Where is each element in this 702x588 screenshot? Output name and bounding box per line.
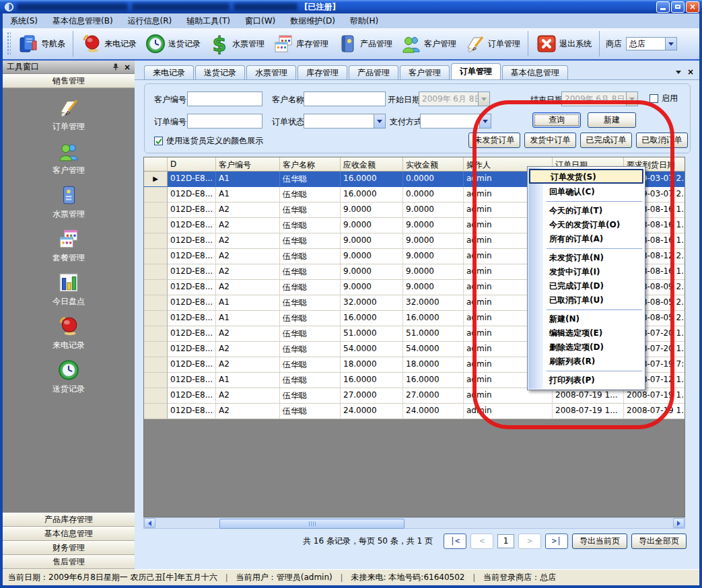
new-button[interactable]: 新建 — [588, 112, 636, 128]
context-menu-item[interactable]: 回单确认(C) — [528, 185, 645, 199]
row-selector-cell[interactable] — [144, 311, 168, 326]
close-button[interactable]: × — [686, 1, 699, 13]
export-all-pages-button[interactable]: 导出全部页 — [631, 534, 687, 549]
context-menu-item[interactable]: 今天的订单(T) — [528, 204, 645, 218]
first-page-button[interactable]: |< — [444, 534, 466, 549]
sidebar-item[interactable]: 订单管理 — [52, 96, 85, 133]
context-menu-item[interactable]: 打印列表(P) — [528, 373, 645, 388]
toolbar-button[interactable]: 导航条 — [13, 30, 69, 57]
menu-item[interactable]: 数据维护(D) — [283, 13, 343, 28]
cust-no-input[interactable] — [187, 91, 262, 106]
prev-page-button[interactable]: < — [470, 534, 493, 549]
export-current-page-button[interactable]: 导出当前页 — [572, 534, 627, 549]
menu-item[interactable]: 窗口(W) — [238, 13, 283, 28]
sidebar-group-bar[interactable]: 基本信息管理 — [3, 527, 135, 541]
scroll-right-icon[interactable] — [673, 518, 685, 528]
toolbar-button[interactable]: 客户管理 — [396, 30, 460, 57]
menu-item[interactable]: 帮助(H) — [343, 13, 386, 28]
toolbar-button[interactable]: 产品管理 — [332, 30, 396, 57]
scroll-left-icon[interactable] — [144, 518, 155, 528]
tab[interactable]: 客户管理 — [400, 65, 450, 79]
context-menu-item[interactable]: 今天的发货订单(O) — [528, 218, 645, 232]
row-selector-cell[interactable] — [144, 388, 168, 404]
row-selector-cell[interactable] — [144, 404, 168, 419]
toolbar-button[interactable]: 来电记录 — [77, 30, 141, 57]
row-selector-cell[interactable]: ▶ — [144, 172, 168, 187]
scrollbar-thumb[interactable] — [219, 519, 405, 529]
page-number-input[interactable]: 1 — [497, 534, 514, 548]
pin-icon[interactable] — [111, 63, 120, 71]
enable-checkbox[interactable]: 启用 — [650, 93, 678, 104]
context-menu-item[interactable]: 未发货订单(N) — [528, 251, 645, 265]
context-menu-item[interactable]: 编辑选定项(E) — [528, 326, 645, 340]
row-selector-cell[interactable] — [144, 264, 168, 280]
column-header[interactable]: 客户编号 — [216, 157, 280, 172]
toolbar-button[interactable]: 退出系统 — [532, 30, 596, 57]
sidebar-item[interactable]: 客户管理 — [52, 140, 85, 176]
cust-name-input[interactable] — [304, 91, 386, 106]
order-status-filter-button[interactable]: 未发货订单 — [468, 133, 520, 148]
tab[interactable]: 送货记录 — [195, 65, 245, 79]
column-header[interactable]: D — [168, 157, 216, 172]
context-menu-item[interactable]: 订单发货(S) — [529, 169, 643, 184]
tab-close-icon[interactable]: × — [685, 67, 696, 77]
row-selector-cell[interactable] — [144, 249, 168, 264]
order-status-combobox[interactable] — [304, 114, 386, 128]
order-status-filter-button[interactable]: 已取消订单 — [636, 133, 688, 148]
end-date-picker[interactable]: 2009年 6月 8日 — [561, 91, 638, 106]
delivery-color-checkbox[interactable]: 使用送货员定义的颜色展示 — [154, 135, 263, 147]
tab[interactable]: 库存管理 — [297, 65, 347, 79]
order-status-filter-button[interactable]: 已完成订单 — [580, 133, 632, 148]
row-selector-cell[interactable] — [144, 187, 168, 203]
context-menu-item[interactable]: 发货中订单(I) — [528, 265, 645, 279]
toolbar-button[interactable]: 订单管理 — [460, 30, 524, 57]
tab[interactable]: 产品管理 — [349, 65, 398, 79]
tab[interactable]: 基本信息管理 — [502, 65, 568, 79]
minimize-button[interactable] — [656, 1, 670, 13]
chevron-down-icon[interactable] — [479, 114, 491, 128]
sidebar-group-bar[interactable]: 售后管理 — [3, 555, 135, 569]
row-selector-cell[interactable] — [144, 373, 168, 388]
column-header[interactable]: 实收金额 — [403, 157, 464, 172]
next-page-button[interactable]: > — [518, 534, 541, 549]
start-date-picker[interactable]: 2009年 6月 8日 — [419, 91, 490, 106]
checkbox-unchecked-icon[interactable] — [650, 94, 658, 103]
row-selector-cell[interactable] — [144, 218, 168, 233]
context-menu-item[interactable]: 删除选定项(D) — [528, 340, 645, 355]
toolbar-grip[interactable] — [7, 32, 11, 56]
row-selector-cell[interactable] — [144, 203, 168, 218]
column-header[interactable]: 客户名称 — [280, 157, 341, 172]
last-page-button[interactable]: >| — [545, 534, 568, 549]
row-selector-cell[interactable] — [144, 357, 168, 373]
table-row[interactable]: 012D-E8... A2 伍华聪 24.0000 24.0000 admin … — [144, 404, 685, 419]
shop-combobox[interactable]: 总店 — [626, 37, 677, 50]
toolbar-button[interactable]: $ 水票管理 — [205, 30, 269, 57]
sidebar-item[interactable]: 来电记录 — [52, 315, 85, 351]
context-menu-item[interactable]: 所有的订单(A) — [528, 232, 645, 246]
row-selector-cell[interactable] — [144, 326, 168, 342]
toolbar-button[interactable]: 库存管理 — [269, 30, 332, 57]
tool-window-close-icon[interactable]: × — [124, 63, 131, 72]
column-header[interactable] — [144, 157, 168, 172]
sidebar-item[interactable]: 套餐管理 — [52, 227, 85, 264]
tab[interactable]: 订单管理 — [451, 63, 501, 79]
tab[interactable]: 水票管理 — [246, 65, 296, 79]
checkbox-checked-icon[interactable] — [154, 137, 163, 145]
restore-button[interactable] — [671, 1, 685, 13]
row-selector-cell[interactable] — [144, 280, 168, 295]
toolbar-button[interactable]: 送货记录 — [141, 30, 205, 57]
order-no-input[interactable] — [187, 114, 262, 128]
menu-item[interactable]: 基本信息管理(B) — [45, 13, 120, 28]
query-button[interactable]: 查询 — [532, 112, 581, 128]
sidebar-section-header[interactable]: 销售管理 — [3, 74, 135, 88]
context-menu-item[interactable]: 刷新列表(R) — [528, 355, 645, 369]
chevron-down-icon[interactable] — [374, 114, 385, 128]
tab-list-dropdown-icon[interactable] — [673, 67, 684, 77]
order-status-filter-button[interactable]: 发货中订单 — [524, 133, 576, 148]
sidebar-group-bar[interactable]: 产品库存管理 — [3, 513, 135, 527]
tab[interactable]: 来电记录 — [144, 65, 194, 79]
sidebar-group-bar[interactable]: 财务管理 — [3, 541, 135, 555]
row-selector-cell[interactable] — [144, 295, 168, 311]
menu-item[interactable]: 辅助工具(T) — [179, 13, 238, 28]
chevron-down-icon[interactable] — [665, 38, 676, 50]
